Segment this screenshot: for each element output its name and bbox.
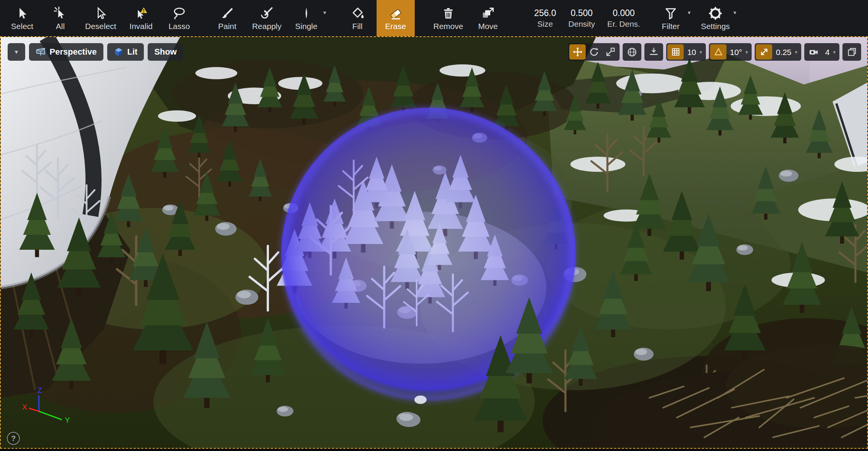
- trash-icon: [441, 6, 455, 20]
- remove-tool-label: Remove: [433, 22, 463, 30]
- translate-tool-button[interactable]: [569, 44, 586, 60]
- fill-tool-label: Fill: [352, 22, 362, 30]
- globe-icon: [627, 47, 637, 57]
- scale-arrow-icon: [605, 47, 616, 57]
- camera-speed-value[interactable]: 4: [822, 48, 833, 56]
- erase-density-label: Er. Dens.: [607, 20, 640, 28]
- erase-tool-button[interactable]: Erase: [377, 0, 415, 36]
- scale-snap-toggle-button[interactable]: [756, 44, 772, 60]
- help-button[interactable]: ?: [7, 432, 20, 445]
- help-label: ?: [11, 434, 16, 443]
- remove-tool-button[interactable]: Remove: [428, 0, 469, 36]
- grid-snap-value[interactable]: 10: [684, 48, 699, 56]
- camera-perspective-label: Perspective: [50, 47, 97, 57]
- rotation-snap-value[interactable]: 10°: [726, 48, 746, 56]
- brush-size-field[interactable]: 256.0 Size: [528, 0, 562, 36]
- axis-y-label: Y: [65, 416, 70, 424]
- scale-snap-value[interactable]: 0.25: [772, 48, 795, 56]
- toolbar-spacer: [690, 0, 695, 36]
- select-all-tool-button[interactable]: All: [41, 0, 79, 36]
- paint-density-value[interactable]: 0.500: [571, 9, 593, 18]
- deselect-tool-label: Deselect: [85, 22, 116, 30]
- fill-tool-button[interactable]: Fill: [338, 0, 377, 36]
- brush-size-label: Size: [537, 20, 553, 28]
- settings-menu-label: Settings: [701, 22, 730, 30]
- reapply-tool-button[interactable]: Reapply: [246, 0, 287, 36]
- level-viewport[interactable]: ▼ Perspective Lit Show: [0, 36, 868, 449]
- paint-density-field[interactable]: 0.500 Density: [562, 0, 601, 36]
- move-tool-button[interactable]: Move: [469, 0, 507, 36]
- camera-icon: [808, 47, 819, 57]
- camera-speed-caret[interactable]: ▾: [833, 49, 838, 55]
- axis-x-label: X: [22, 403, 27, 411]
- world-local-group: [623, 43, 641, 61]
- select-tool-label: Select: [11, 22, 33, 30]
- camera-speed-button[interactable]: [805, 44, 822, 60]
- move-tool-label: Move: [478, 22, 498, 30]
- show-flags-button[interactable]: Show: [148, 43, 183, 61]
- scale-snap-caret[interactable]: ▾: [795, 49, 800, 55]
- surface-snap-button[interactable]: [646, 44, 662, 60]
- select-cursor-icon: [15, 6, 29, 20]
- grid-snap-toggle-button[interactable]: [667, 44, 684, 60]
- scale-snap-arrow-icon: [759, 47, 769, 57]
- toolbar-spacer: [507, 0, 528, 36]
- maximize-viewport-button[interactable]: [844, 44, 860, 60]
- erase-density-field[interactable]: 0.000 Er. Dens.: [601, 0, 646, 36]
- brush-size-value[interactable]: 256.0: [534, 9, 556, 18]
- deselect-tool-button[interactable]: Deselect: [79, 0, 122, 36]
- viewport-left-toolbar: ▼ Perspective Lit Show: [8, 43, 183, 61]
- rotate-arrows-icon: [589, 47, 599, 57]
- lasso-tool-button[interactable]: Lasso: [160, 0, 198, 36]
- single-brush-icon: [300, 6, 313, 20]
- filter-dropdown-caret[interactable]: ▾: [688, 9, 691, 16]
- lasso-icon: [172, 6, 186, 20]
- paint-brush-icon: [221, 6, 234, 20]
- invalid-tool-button[interactable]: Invalid: [122, 0, 160, 36]
- single-tool-button[interactable]: Single ▾: [287, 0, 325, 36]
- grid-snap-caret[interactable]: ▾: [700, 49, 705, 55]
- eraser-icon: [389, 6, 403, 20]
- erase-density-value[interactable]: 0.000: [613, 9, 635, 18]
- settings-menu-button[interactable]: Settings ▾: [695, 0, 736, 36]
- toolbar-spacer: [646, 0, 652, 36]
- filter-menu-button[interactable]: Filter ▾: [652, 0, 690, 36]
- move-instances-icon: [481, 6, 495, 20]
- rotation-snap-toggle-button[interactable]: [710, 44, 726, 60]
- maximize-group: [842, 43, 861, 61]
- single-tool-dropdown-caret[interactable]: ▾: [323, 9, 326, 16]
- paint-tool-button[interactable]: Paint: [208, 0, 246, 36]
- fill-bucket-icon: [351, 6, 364, 20]
- settings-dropdown-caret[interactable]: ▾: [733, 9, 736, 16]
- scale-tool-button[interactable]: [602, 44, 618, 60]
- rotation-snap-angle-icon: [713, 47, 723, 57]
- viewport-options-dropdown-button[interactable]: ▼: [8, 43, 25, 61]
- paint-density-label: Density: [568, 20, 595, 28]
- invalid-tool-label: Invalid: [129, 22, 153, 30]
- single-tool-label: Single: [295, 22, 317, 30]
- reapply-brush-icon: [260, 6, 274, 20]
- select-all-tool-label: All: [56, 22, 64, 30]
- invalid-cursor-icon: [134, 6, 148, 20]
- show-flags-label: Show: [154, 47, 177, 57]
- erase-tool-label: Erase: [385, 22, 406, 30]
- view-mode-lit-button[interactable]: Lit: [107, 43, 144, 61]
- filter-menu-label: Filter: [662, 22, 680, 30]
- perspective-icon: [35, 47, 46, 57]
- maximize-icon: [847, 47, 857, 57]
- world-local-toggle-button[interactable]: [624, 44, 640, 60]
- rotate-tool-button[interactable]: [586, 44, 602, 60]
- select-tool-button[interactable]: Select: [3, 0, 41, 36]
- axis-gizmo: Z X Y: [16, 385, 77, 428]
- grid-snap-icon: [671, 47, 681, 57]
- transform-tools-group: [568, 43, 620, 61]
- rotation-snap-caret[interactable]: ▾: [746, 49, 751, 55]
- deselect-cursor-icon: [94, 6, 108, 20]
- foliage-toolbar: Select All Deselect Invalid: [0, 0, 868, 37]
- camera-speed-group: 4 ▾: [804, 43, 839, 61]
- rotation-snap-group: 10° ▾: [709, 43, 752, 61]
- surface-snap-icon: [649, 47, 659, 57]
- surface-snap-group: [644, 43, 663, 61]
- camera-perspective-button[interactable]: Perspective: [29, 43, 103, 61]
- viewport-scene[interactable]: [1, 37, 867, 448]
